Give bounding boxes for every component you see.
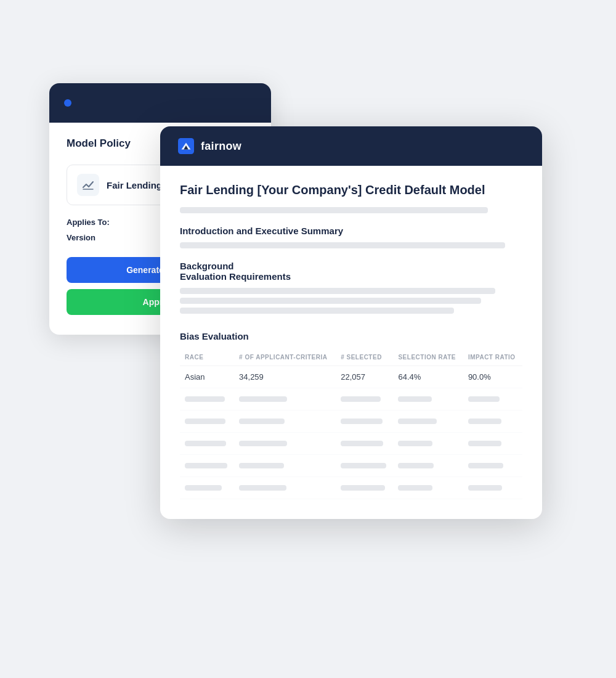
col-selection-rate: SELECTION RATE	[393, 350, 463, 366]
fairnow-brand-name: fairnow	[201, 140, 241, 153]
table-cell-skeleton	[336, 410, 393, 433]
fairnow-logo-icon	[177, 137, 195, 155]
table-cell-skeleton	[393, 477, 463, 499]
bias-evaluation-section: Bias Evaluation RACE # OF APPLICANT-CRIT…	[180, 331, 522, 499]
scene: Model Policy Fair Lending Policy Applies…	[37, 46, 579, 632]
table-cell-skeleton	[463, 455, 522, 477]
intro-heading: Introduction and Executive Summary	[180, 226, 522, 236]
col-race: RACE	[180, 350, 234, 366]
card-back-header	[49, 83, 271, 123]
table-cell: Asian	[180, 366, 234, 388]
title-skeleton-1	[180, 207, 488, 213]
table-cell: 22,057	[336, 366, 393, 388]
table-cell-skeleton	[336, 388, 393, 410]
bg-skeleton-2	[180, 298, 481, 304]
table-cell-skeleton	[234, 433, 336, 455]
table-cell-skeleton	[180, 433, 234, 455]
table-cell-skeleton	[463, 388, 522, 410]
table-cell: 64.4%	[393, 366, 463, 388]
header-dot	[64, 99, 71, 107]
table-cell-skeleton	[180, 477, 234, 499]
table-row	[180, 477, 522, 499]
table-cell-skeleton	[393, 388, 463, 410]
table-row	[180, 388, 522, 410]
policy-icon	[77, 174, 99, 196]
table-row	[180, 410, 522, 433]
table-cell-skeleton	[234, 477, 336, 499]
bias-table: RACE # OF APPLICANT-CRITERIA # SELECTED …	[180, 350, 522, 499]
report-title: Fair Lending [Your Company's] Credit Def…	[180, 183, 522, 197]
table-cell-skeleton	[180, 455, 234, 477]
table-cell-skeleton	[234, 455, 336, 477]
table-cell-skeleton	[336, 455, 393, 477]
intro-skeleton-1	[180, 242, 505, 248]
table-cell-skeleton	[234, 388, 336, 410]
table-cell-skeleton	[234, 410, 336, 433]
table-cell-skeleton	[463, 433, 522, 455]
table-cell: 34,259	[234, 366, 336, 388]
table-row	[180, 433, 522, 455]
table-cell-skeleton	[180, 388, 234, 410]
fairnow-report-card: fairnow Fair Lending [Your Company's] Cr…	[160, 126, 542, 519]
bg-skeleton-1	[180, 288, 495, 294]
table-cell-skeleton	[180, 410, 234, 433]
table-cell-skeleton	[463, 477, 522, 499]
table-cell-skeleton	[336, 433, 393, 455]
table-cell-skeleton	[393, 410, 463, 433]
table-cell: 90.0%	[463, 366, 522, 388]
table-header-row: RACE # OF APPLICANT-CRITERIA # SELECTED …	[180, 350, 522, 366]
table-cell-skeleton	[463, 410, 522, 433]
fairnow-header: fairnow	[160, 126, 542, 166]
background-line1: Background	[180, 261, 522, 271]
table-row: Asian34,25922,05764.4%90.0%	[180, 366, 522, 388]
col-applicants: # OF APPLICANT-CRITERIA	[234, 350, 336, 366]
report-body: Fair Lending [Your Company's] Credit Def…	[160, 166, 542, 519]
bg-skeleton-3	[180, 308, 454, 314]
background-line2: Evaluation Requirements	[180, 271, 522, 282]
col-impact-ratio: IMPACT RATIO	[463, 350, 522, 366]
version-label: Version	[67, 233, 95, 242]
background-heading: Background Evaluation Requirements	[180, 261, 522, 282]
bias-evaluation-title: Bias Evaluation	[180, 331, 522, 341]
table-cell-skeleton	[393, 433, 463, 455]
col-selected: # SELECTED	[336, 350, 393, 366]
table-cell-skeleton	[336, 477, 393, 499]
applies-to-label: Applies To:	[67, 218, 110, 227]
table-cell-skeleton	[393, 455, 463, 477]
table-row	[180, 455, 522, 477]
